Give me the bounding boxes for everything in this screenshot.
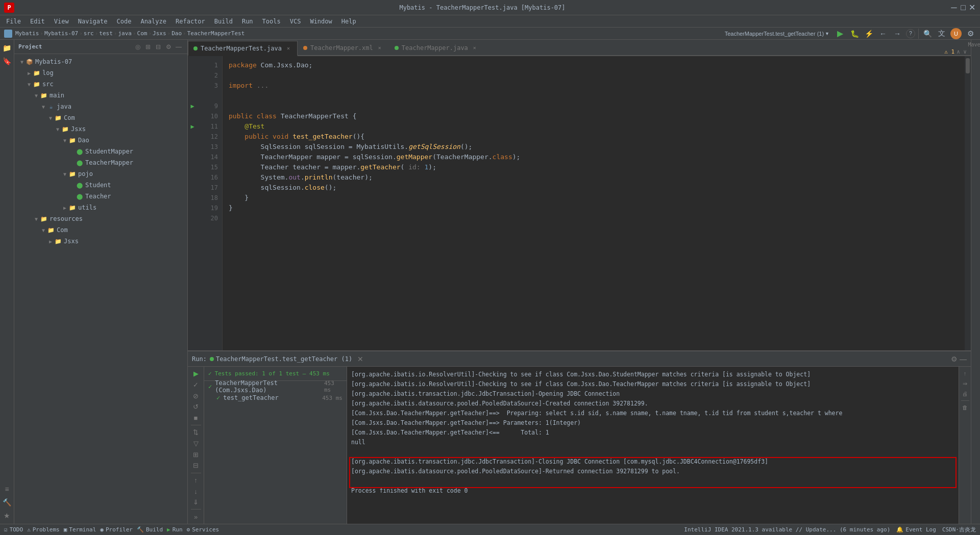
status-todo[interactable]: ☑ TODO [4, 526, 23, 533]
menu-help[interactable]: Help [337, 17, 360, 26]
run-minimize-btn[interactable]: — [960, 355, 967, 363]
debug-button[interactable]: 🐛 [849, 28, 860, 39]
menu-navigate[interactable]: Navigate [74, 17, 112, 26]
tree-item-java[interactable]: ▼ ☕ java [14, 101, 187, 112]
run-passed-btn[interactable]: ✓ [190, 380, 202, 390]
status-profiler[interactable]: ◉ Profiler [100, 526, 133, 533]
menu-view[interactable]: View [50, 17, 73, 26]
run-tab-close[interactable]: ✕ [357, 355, 363, 363]
tab-close-java[interactable]: ✕ [471, 44, 478, 52]
tree-item-utils[interactable]: ▶ 📁 utils [14, 202, 187, 213]
coverage-button[interactable]: ⚡ [863, 28, 874, 39]
menu-build[interactable]: Build [210, 17, 237, 26]
breadcrumb-com[interactable]: Com [137, 30, 148, 37]
sidebar-settings-btn[interactable]: ⚙ [164, 42, 173, 52]
tree-item-log[interactable]: ▶ 📁 log [14, 67, 187, 79]
search-button[interactable]: 🔍 [922, 28, 933, 39]
minimize-button[interactable]: ─ [950, 4, 958, 11]
collapse-all-btn[interactable]: ⊟ [190, 461, 202, 471]
tree-item-src[interactable]: ▼ 📁 src [14, 79, 187, 90]
test-item-suite[interactable]: ✓ TeacherMapperTest (Com.Jsxs.Dao) 453 m… [204, 381, 347, 392]
back-button[interactable]: ← [877, 28, 889, 39]
console-clear[interactable]: 🗑 [961, 403, 970, 412]
scrollbar-thumb[interactable] [966, 58, 970, 73]
status-run[interactable]: ▶ Run [167, 526, 183, 533]
tree-item-com[interactable]: ▼ 📁 Com [14, 112, 187, 123]
activity-structure[interactable]: ≡ [1, 483, 13, 495]
rerun-failed-btn[interactable]: ↺ [190, 402, 202, 412]
status-build[interactable]: 🔨 Build [137, 526, 163, 533]
breadcrumb-test[interactable]: test [99, 30, 113, 37]
breadcrumb-mybatis[interactable]: Mybatis [15, 30, 39, 37]
test-item-method[interactable]: ✓ test_getTeacher 453 ms [204, 392, 347, 403]
user-button[interactable]: U [950, 28, 962, 39]
tab-teachermappertest[interactable]: TeacherMapperTest.java ✕ [188, 41, 298, 56]
gutter-10-run[interactable]: ▶ [188, 101, 197, 111]
console-output[interactable]: [org.apache.ibatis.io.ResolverUtil]-Chec… [347, 367, 959, 524]
breadcrumb-src[interactable]: src [84, 30, 94, 37]
tree-item-resources[interactable]: ▼ 📁 resources [14, 213, 187, 224]
sidebar-close-btn[interactable]: — [174, 42, 183, 52]
status-csdn[interactable]: CSDN·吉炎龙 [942, 526, 976, 533]
console-scroll-top[interactable]: ↑ [961, 369, 970, 378]
menu-refactor[interactable]: Refactor [172, 17, 209, 26]
activity-favorites[interactable]: ★ [1, 509, 13, 522]
sidebar-locate-btn[interactable]: ◎ [133, 42, 142, 52]
tab-teachermapperxml[interactable]: TeacherMapper.xml ✕ [298, 40, 389, 55]
maven-label[interactable]: Maven [967, 40, 980, 49]
sidebar-collapse-btn[interactable]: ⊟ [154, 42, 163, 52]
tree-item-pojo[interactable]: ▼ 📁 pojo [14, 168, 187, 180]
menu-file[interactable]: File [2, 17, 25, 26]
breadcrumb-mybatis07[interactable]: Mybatis-07 [44, 30, 78, 37]
expand-all-btn[interactable]: ⊞ [190, 449, 202, 460]
breadcrumb-dao[interactable]: Dao [172, 30, 182, 37]
code-content[interactable]: package Com.Jsxs.Dao; import ... public … [223, 56, 965, 350]
sidebar-expand-btn[interactable]: ⊞ [143, 42, 153, 52]
help-button[interactable]: ? [906, 29, 915, 38]
console-soft-wrap[interactable]: ⇒ [961, 379, 970, 388]
run-settings-btn[interactable]: ⚙ [951, 355, 958, 363]
status-event-log[interactable]: 🔔 Event Log [896, 526, 936, 533]
breadcrumb-java[interactable]: java [118, 30, 132, 37]
run-failed-btn[interactable]: ⊘ [190, 391, 202, 401]
breadcrumb-teachermappertest[interactable]: TeacherMapperTest [187, 30, 245, 37]
activity-bookmarks[interactable]: 🔖 [1, 55, 13, 67]
tab-teachermapperjava[interactable]: TeacherMapper.java ✕ [389, 40, 484, 55]
rerun-btn[interactable]: ▶ [190, 369, 202, 379]
sort-btn[interactable]: ⇅ [190, 427, 202, 438]
stop-btn[interactable]: ■ [190, 413, 202, 423]
menu-analyze[interactable]: Analyze [136, 17, 170, 26]
status-problems[interactable]: ⚠ Problems [27, 526, 60, 533]
run-button[interactable]: ▶ [835, 28, 846, 39]
run-config-selector[interactable]: TeacherMapperTest.test_getTeacher (1) ▼ [723, 28, 831, 39]
scroll-to-end-btn[interactable]: ⇓ [190, 497, 202, 507]
tree-item-studentmapper[interactable]: ▶ ⬤ StudentMapper [14, 146, 187, 157]
tree-item-res-jsxs[interactable]: ▶ 📁 Jsxs [14, 236, 187, 247]
tree-item-root[interactable]: ▼ 📦 Mybatis-07 [14, 56, 187, 67]
settings-button[interactable]: ⚙ [965, 28, 976, 39]
tree-item-jsxs[interactable]: ▼ 📁 Jsxs [14, 123, 187, 135]
console-print[interactable]: 🖨 [961, 389, 970, 398]
menu-window[interactable]: Window [306, 17, 336, 26]
next-error-btn[interactable]: ↓ [190, 486, 202, 496]
maximize-button[interactable]: □ [960, 4, 967, 11]
menu-tools[interactable]: Tools [258, 17, 285, 26]
tab-close-teachermappertest[interactable]: ✕ [285, 45, 292, 52]
menu-vcs[interactable]: VCS [286, 17, 305, 26]
breadcrumb-jsxs[interactable]: Jsxs [153, 30, 166, 37]
tab-close-xml[interactable]: ✕ [376, 44, 383, 52]
menu-run[interactable]: Run [238, 17, 257, 26]
tree-item-teachermapper[interactable]: ▶ ⬤ TeacherMapper [14, 157, 187, 168]
editor-scrollbar[interactable] [965, 56, 971, 350]
tree-item-dao[interactable]: ▼ 📁 Dao [14, 135, 187, 146]
activity-project[interactable]: 📁 [1, 42, 13, 54]
tree-item-student[interactable]: ▶ ⬤ Student [14, 180, 187, 191]
activity-build[interactable]: 🔨 [1, 496, 13, 508]
gutter-12-run[interactable]: ▶ [188, 121, 197, 132]
status-services[interactable]: ⚙ Services [187, 526, 219, 533]
menu-code[interactable]: Code [113, 17, 136, 26]
status-terminal[interactable]: ▣ Terminal [64, 526, 96, 533]
tree-item-teacher[interactable]: ▶ ⬤ Teacher [14, 191, 187, 202]
status-idea-update[interactable]: IntelliJ IDEA 2021.1.3 available // Upda… [684, 526, 890, 533]
tree-item-main[interactable]: ▼ 📁 main [14, 90, 187, 101]
